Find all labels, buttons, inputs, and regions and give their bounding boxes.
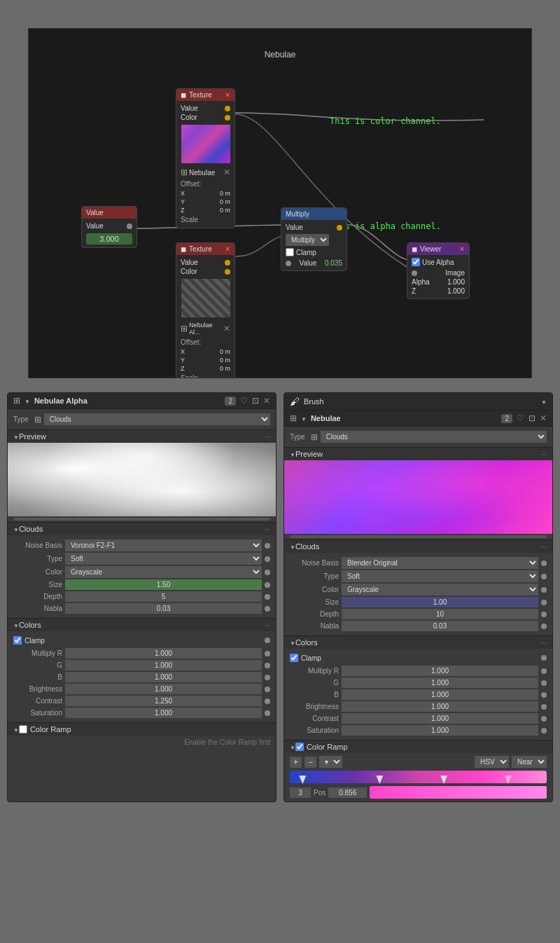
panel-left-size-dot[interactable] bbox=[265, 582, 270, 588]
panel-right-heart-icon[interactable]: ♡ bbox=[517, 413, 524, 423]
panel-left-preview-header[interactable]: Preview ··· bbox=[8, 429, 276, 443]
ramp-index-field[interactable] bbox=[290, 787, 311, 798]
panel-left-type-select[interactable]: Clouds bbox=[44, 413, 270, 425]
panel-left-nabla-dot[interactable] bbox=[265, 606, 270, 612]
panel-left-color-select[interactable]: Grayscale bbox=[65, 566, 262, 578]
ramp-near-select[interactable]: Near bbox=[512, 756, 547, 768]
panel-left-colors-menu[interactable]: ··· bbox=[265, 621, 270, 629]
node-texture1[interactable]: ◼ Texture ✕ Value Color Nebulae ✕ Offset… bbox=[176, 88, 235, 228]
panel-left-noise-select[interactable]: Voronoi F2-F1 bbox=[65, 539, 262, 551]
panel-right-depth-dot[interactable] bbox=[541, 612, 547, 617]
panel-left-contrast-dot[interactable] bbox=[265, 698, 270, 704]
panel-left-b-dot[interactable] bbox=[265, 675, 270, 680]
value-socket[interactable] bbox=[127, 223, 132, 229]
panel-right-size-field[interactable] bbox=[342, 597, 538, 607]
panel-right-preview-menu[interactable]: ··· bbox=[541, 450, 547, 458]
ramp-stop-1[interactable] bbox=[376, 776, 383, 784]
viewer-image-socket[interactable] bbox=[412, 270, 417, 276]
texture2-close[interactable]: ✕ bbox=[225, 245, 230, 253]
panel-right-depth-field[interactable] bbox=[342, 609, 538, 619]
panel-right-ramp-header[interactable]: Color Ramp bbox=[284, 740, 552, 753]
panel-left-mr-field[interactable] bbox=[65, 648, 262, 659]
panel-right-clouds-menu[interactable]: ··· bbox=[541, 543, 547, 551]
panel-right-saturation-field[interactable] bbox=[342, 725, 538, 736]
texture2-color-socket[interactable] bbox=[225, 269, 230, 275]
panel-right-mr-dot[interactable] bbox=[541, 668, 547, 674]
panel-right-type-row-select[interactable]: Soft bbox=[342, 570, 538, 582]
viewer-use-alpha-check[interactable] bbox=[412, 258, 420, 266]
texture2-x-btn[interactable]: ✕ bbox=[223, 324, 230, 333]
panel-left-brightness-dot[interactable] bbox=[265, 687, 270, 692]
panel-right-saturation-dot[interactable] bbox=[541, 728, 547, 734]
panel-left-preview-menu[interactable]: ··· bbox=[265, 433, 270, 441]
panel-left-close-btn[interactable]: ✕ bbox=[263, 396, 270, 406]
panel-right-noise-dot[interactable] bbox=[541, 560, 547, 566]
panel-right-preview-header[interactable]: Preview ··· bbox=[284, 447, 552, 460]
multiply-value-socket[interactable] bbox=[337, 225, 342, 230]
panel-right-contrast-dot[interactable] bbox=[541, 716, 547, 722]
panel-left-ramp-header[interactable]: Color Ramp bbox=[8, 722, 276, 736]
panel-right-colors-header[interactable]: Colors ··· bbox=[284, 635, 552, 649]
texture1-color-socket[interactable] bbox=[225, 115, 230, 121]
panel-right-g-dot[interactable] bbox=[541, 680, 547, 686]
panel-left-saturation-field[interactable] bbox=[65, 708, 262, 718]
panel-left-b-field[interactable] bbox=[65, 672, 262, 682]
panel-left-size-field[interactable] bbox=[65, 579, 262, 590]
panel-left-g-field[interactable] bbox=[65, 660, 262, 670]
multiply-type-select[interactable]: Multiply bbox=[286, 234, 329, 246]
panel-left-mr-dot[interactable] bbox=[265, 651, 270, 656]
panel-left-saturation-dot[interactable] bbox=[265, 710, 270, 716]
ramp-pos-value-field[interactable] bbox=[328, 787, 367, 798]
panel-left-color-dot[interactable] bbox=[265, 570, 270, 575]
panel-right-ramp-check[interactable] bbox=[295, 743, 304, 751]
texture2-value-socket[interactable] bbox=[225, 260, 230, 266]
panel-left-colors-header[interactable]: Colors ··· bbox=[8, 618, 276, 631]
panel-right-nabla-dot[interactable] bbox=[541, 624, 547, 629]
panel-right-b-field[interactable] bbox=[342, 689, 538, 700]
node-viewer[interactable]: ◼ Viewer ✕ Use Alpha Image Alpha 1.000 Z… bbox=[407, 242, 470, 299]
panel-right-type-select[interactable]: Clouds bbox=[321, 431, 547, 443]
value-number[interactable]: 3.000 bbox=[86, 233, 132, 245]
texture1-close[interactable]: ✕ bbox=[225, 91, 230, 99]
texture1-x-btn[interactable]: ✕ bbox=[223, 167, 230, 177]
panel-left-clamp-check[interactable] bbox=[13, 636, 22, 645]
panel-left-nabla-field[interactable] bbox=[65, 603, 262, 614]
panel-right-size-dot[interactable] bbox=[541, 600, 547, 605]
ramp-color-swatch[interactable] bbox=[370, 786, 547, 799]
panel-left-heart-icon[interactable]: ♡ bbox=[240, 396, 248, 406]
panel-right-noise-select[interactable]: Blender Original bbox=[342, 557, 538, 569]
panel-right-g-field[interactable] bbox=[342, 677, 538, 688]
panel-left-noise-dot[interactable] bbox=[265, 543, 270, 549]
panel-left-clamp-dot[interactable] bbox=[265, 638, 270, 643]
multiply-socket-left[interactable] bbox=[286, 261, 291, 266]
panel-right-save-icon[interactable]: ⊡ bbox=[528, 413, 536, 423]
viewer-close[interactable]: ✕ bbox=[459, 245, 465, 253]
panel-left-depth-dot[interactable] bbox=[265, 594, 270, 600]
panel-left-depth-field[interactable] bbox=[65, 591, 262, 602]
panel-right-color-dot[interactable] bbox=[541, 587, 547, 593]
brush-chevron[interactable] bbox=[541, 397, 547, 406]
panel-left-ramp-check[interactable] bbox=[19, 725, 27, 734]
panel-right-color-select[interactable]: Grayscale bbox=[342, 584, 538, 596]
panel-left-brightness-field[interactable] bbox=[65, 684, 262, 694]
panel-right-nabla-field[interactable] bbox=[342, 621, 538, 631]
panel-right-contrast-field[interactable] bbox=[342, 713, 538, 724]
panel-right-clouds-header[interactable]: Clouds ··· bbox=[284, 539, 552, 553]
panel-right-b-dot[interactable] bbox=[541, 692, 547, 698]
panel-left-type-row-select[interactable]: Soft bbox=[65, 553, 262, 565]
panel-right-clamp-check[interactable] bbox=[290, 654, 298, 662]
ramp-add-btn[interactable]: + bbox=[290, 757, 302, 768]
panel-right-mr-field[interactable] bbox=[342, 666, 538, 676]
panel-left-g-dot[interactable] bbox=[265, 663, 270, 668]
multiply-clamp-check[interactable] bbox=[286, 248, 294, 256]
panel-left-clouds-menu[interactable]: ··· bbox=[265, 525, 270, 533]
panel-right-brightness-dot[interactable] bbox=[541, 704, 547, 710]
ramp-stop-4[interactable] bbox=[538, 776, 545, 784]
panel-right-close-btn[interactable]: ✕ bbox=[540, 413, 547, 423]
ramp-gradient-bar[interactable] bbox=[290, 771, 547, 783]
ramp-remove-btn[interactable]: − bbox=[304, 757, 316, 768]
panel-right-clamp-dot[interactable] bbox=[541, 655, 547, 661]
panel-left-save-icon[interactable]: ⊡ bbox=[252, 396, 259, 406]
ramp-mode-select[interactable]: HSV bbox=[475, 756, 509, 768]
node-texture2[interactable]: ◼ Texture ✕ Value Color Nebulae Al... ✕ … bbox=[176, 242, 235, 378]
